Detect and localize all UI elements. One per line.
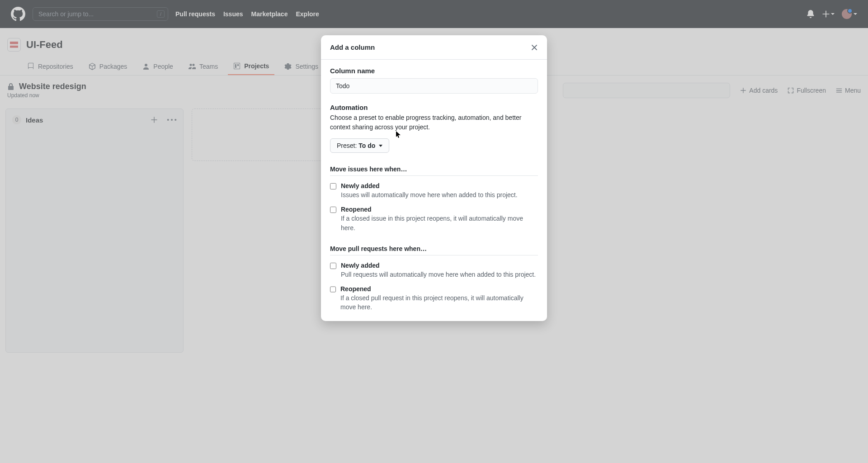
rule-pr-newly-added: Newly added Pull requests will automatic… bbox=[330, 262, 538, 279]
rule-description: If a closed pull request in this project… bbox=[340, 293, 538, 312]
rule-description: If a closed issue in this project reopen… bbox=[341, 214, 538, 232]
automation-description: Choose a preset to enable progress track… bbox=[330, 113, 538, 132]
rule-description: Issues will automatically move here when… bbox=[341, 190, 518, 199]
checkbox-issue-newly-added[interactable] bbox=[330, 183, 336, 189]
checkbox-pr-newly-added[interactable] bbox=[330, 263, 336, 269]
checkbox-pr-reopened[interactable] bbox=[330, 286, 336, 293]
rule-title: Reopened bbox=[341, 206, 538, 213]
add-column-modal: Add a column Column name Automation Choo… bbox=[321, 35, 547, 321]
rule-pr-reopened: Reopened If a closed pull request in thi… bbox=[330, 285, 538, 312]
rule-title: Newly added bbox=[341, 182, 518, 189]
column-name-label: Column name bbox=[330, 67, 538, 75]
move-issues-heading: Move issues here when… bbox=[330, 165, 538, 176]
rule-description: Pull requests will automatically move he… bbox=[341, 270, 536, 279]
rule-title: Newly added bbox=[341, 262, 536, 269]
close-icon[interactable] bbox=[531, 44, 538, 51]
automation-heading: Automation bbox=[330, 104, 538, 111]
preset-prefix: Preset: bbox=[337, 142, 357, 149]
modal-title: Add a column bbox=[330, 43, 375, 51]
column-name-input[interactable] bbox=[330, 78, 538, 94]
modal-body[interactable]: Column name Automation Choose a preset t… bbox=[321, 60, 547, 321]
checkbox-issue-reopened[interactable] bbox=[330, 207, 336, 213]
caret-down-icon bbox=[379, 145, 382, 147]
rule-issue-reopened: Reopened If a closed issue in this proje… bbox=[330, 206, 538, 232]
preset-dropdown[interactable]: Preset: To do bbox=[330, 138, 389, 153]
rule-issue-newly-added: Newly added Issues will automatically mo… bbox=[330, 182, 538, 199]
move-prs-heading: Move pull requests here when… bbox=[330, 245, 538, 255]
rule-title: Reopened bbox=[340, 285, 538, 293]
preset-value: To do bbox=[359, 142, 375, 149]
